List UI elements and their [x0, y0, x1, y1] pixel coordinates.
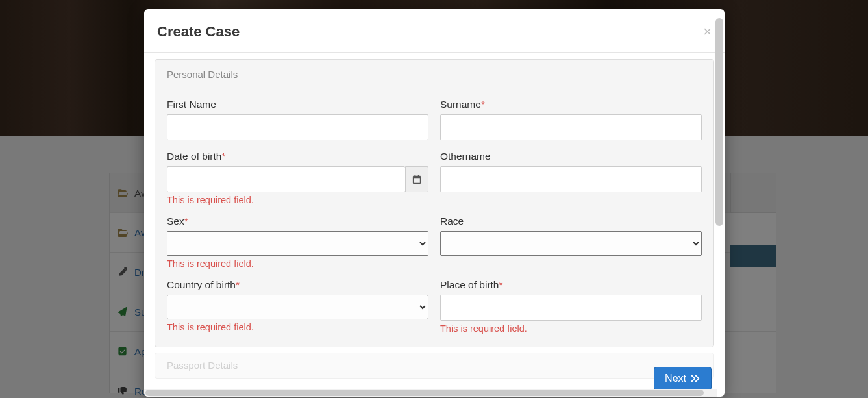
modal-header: Create Case × [144, 9, 725, 53]
dob-label-text: Date of birth [167, 151, 221, 162]
place-label-text: Place of birth [440, 279, 499, 290]
required-mark: * [221, 151, 225, 162]
race-select[interactable] [440, 231, 702, 256]
section-title: Passport Details [167, 360, 238, 371]
dob-error: This is required field. [167, 195, 428, 205]
sex-label-text: Sex [167, 216, 184, 227]
dob-group: Date of birth* This is required field. [167, 151, 428, 205]
sex-group: Sex* This is required field. [167, 216, 428, 269]
close-icon[interactable]: × [703, 25, 712, 39]
country-group: Country of birth* This is required field… [167, 279, 428, 334]
place-input[interactable] [440, 295, 702, 321]
othername-input[interactable] [440, 166, 702, 192]
personal-details-panel: Personal Details First Name Surname* Dat… [155, 59, 714, 347]
modal-body: Personal Details First Name Surname* Dat… [144, 53, 725, 397]
surname-group: Surname* [440, 99, 702, 140]
surname-label-text: Surname [440, 99, 481, 110]
country-select[interactable] [167, 295, 428, 319]
required-mark: * [236, 279, 240, 290]
modal-h-scrollbar[interactable] [144, 389, 725, 397]
passport-details-panel: Passport Details [155, 353, 714, 379]
country-error: This is required field. [167, 322, 428, 332]
sex-label: Sex* [167, 216, 428, 227]
section-title: Personal Details [167, 69, 702, 84]
place-error: This is required field. [440, 323, 702, 334]
sex-select[interactable] [167, 231, 428, 256]
first-name-label: First Name [167, 99, 428, 110]
country-label: Country of birth* [167, 279, 428, 291]
othername-label: Othername [440, 151, 702, 162]
next-button-label: Next [665, 373, 686, 384]
surname-input[interactable] [440, 114, 702, 140]
race-label: Race [440, 216, 702, 227]
dob-input[interactable] [167, 166, 405, 192]
required-mark: * [499, 279, 502, 290]
modal-title: Create Case [157, 23, 240, 40]
race-group: Race [440, 216, 702, 269]
required-mark: * [184, 216, 188, 227]
create-case-modal: Create Case × Personal Details First Nam… [144, 9, 725, 397]
required-mark: * [481, 99, 485, 110]
othername-group: Othername [440, 151, 702, 205]
first-name-group: First Name [167, 99, 428, 140]
country-label-text: Country of birth [167, 279, 236, 290]
sex-error: This is required field. [167, 258, 428, 269]
forward-icon [690, 374, 701, 383]
first-name-input[interactable] [167, 114, 428, 140]
place-label: Place of birth* [440, 279, 702, 291]
calendar-icon[interactable] [405, 166, 428, 192]
place-group: Place of birth* This is required field. [440, 279, 702, 334]
next-button[interactable]: Next [654, 367, 712, 390]
dob-label: Date of birth* [167, 151, 428, 162]
surname-label: Surname* [440, 99, 702, 110]
modal-scrollbar[interactable] [715, 18, 723, 226]
